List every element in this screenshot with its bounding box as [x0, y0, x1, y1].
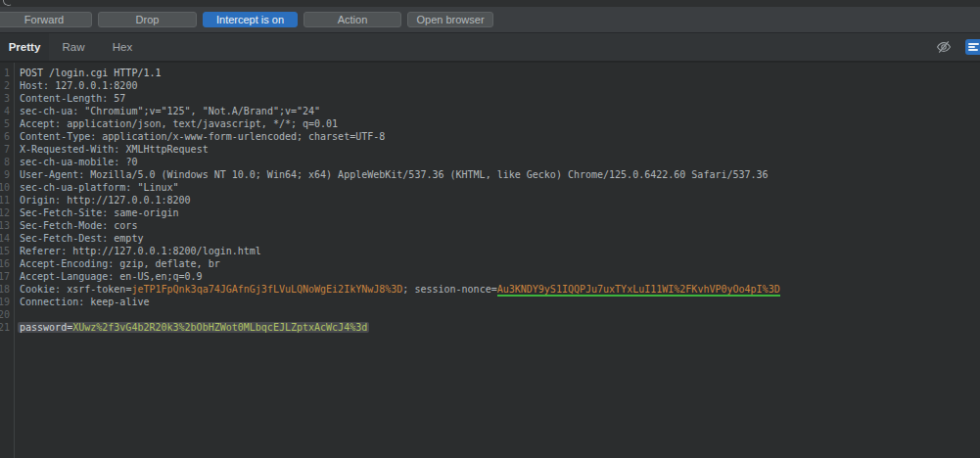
token: User-Agent:	[20, 169, 84, 180]
toolbar: ForwardDropIntercept is onActionOpen bro…	[0, 7, 980, 33]
line-bar	[968, 43, 979, 45]
line-bar	[968, 49, 978, 51]
token: jeTP1FpQnk3qa74JGAfnGj3fLVuLQNoWgEi2IkYN…	[131, 284, 402, 295]
line-number: 10	[0, 181, 14, 194]
line-number: 17	[0, 270, 14, 283]
line-number: 19	[0, 296, 14, 308]
line-number: 7	[0, 143, 14, 156]
token: Au3KNDY9yS1IQQPJu7uxTYxLuI11WI%2FKvhVP0y…	[497, 284, 780, 297]
token: Host:	[20, 80, 49, 91]
line-number: 9	[0, 168, 14, 181]
request-line: Origin: http://127.0.0.1:8200	[20, 194, 980, 206]
line-number-gutter: 123456789101112131415161718192021	[0, 63, 15, 458]
text-lines-icon[interactable]	[965, 39, 980, 55]
token: same-origin	[108, 207, 178, 218]
token: http://127.0.0.1:8200/login.html	[67, 246, 261, 256]
token: application/x-www-form-urlencoded; chars…	[96, 131, 385, 142]
token: cors	[108, 220, 137, 231]
action-button[interactable]: Action	[303, 12, 401, 27]
open-browser-button[interactable]: Open browser	[407, 12, 493, 27]
request-line: Content-Type: application/x-www-form-url…	[20, 130, 980, 143]
forward-button[interactable]: Forward	[0, 12, 92, 27]
selected-text: password=XUwz%2f3vG4b2R20k3%2bObHZWot0ML…	[18, 322, 369, 333]
token: Mozilla/5.0 (Windows NT 10.0; Win64; x64…	[84, 169, 768, 180]
token: Origin:	[20, 195, 61, 206]
line-number: 15	[0, 245, 14, 257]
token: Cookie:	[20, 284, 61, 295]
request-line	[20, 308, 980, 321]
token: application/json, text/javascript, */*; …	[61, 118, 338, 129]
request-line: Content-Length: 57	[20, 92, 980, 105]
line-number: 4	[0, 105, 14, 117]
token: sec-ch-ua-mobile:	[20, 157, 119, 167]
tab-raw[interactable]: Raw	[49, 33, 98, 61]
token: Sec-Fetch-Site:	[20, 207, 108, 218]
request-line: Accept: application/json, text/javascrip…	[20, 117, 980, 130]
token: 127.0.0.1:8200	[49, 80, 137, 91]
drop-button[interactable]: Drop	[98, 12, 197, 27]
tab-hex[interactable]: Hex	[98, 33, 147, 61]
tabs: PrettyRawHex	[0, 33, 147, 61]
line-number: 20	[0, 308, 14, 321]
top-strip	[0, 0, 980, 7]
request-line: Sec-Fetch-Mode: cors	[20, 219, 980, 232]
request-editor[interactable]: 123456789101112131415161718192021 POST /…	[0, 63, 980, 458]
request-line: Referer: http://127.0.0.1:8200/login.htm…	[20, 245, 980, 257]
request-line: Host: 127.0.0.1:8200	[20, 79, 980, 92]
token: ; session-nonce=	[402, 284, 496, 295]
line-number: 3	[0, 92, 14, 105]
line-number: 16	[0, 257, 14, 270]
code-area[interactable]: POST /login.cgi HTTP/1.1Host: 127.0.0.1:…	[15, 63, 980, 458]
request-line: Connection: keep-alive	[20, 296, 980, 308]
request-line: sec-ch-ua-mobile: ?0	[20, 156, 980, 168]
line-number: 18	[0, 283, 14, 296]
token: XMLHttpRequest	[119, 144, 208, 155]
request-line: Accept-Language: en-US,en;q=0.9	[20, 270, 980, 283]
request-line: X-Requested-With: XMLHttpRequest	[20, 143, 980, 156]
line-number: 1	[0, 67, 14, 79]
tab-bar: PrettyRawHex	[0, 33, 980, 63]
line-bar	[968, 46, 975, 48]
tab-pretty[interactable]: Pretty	[0, 33, 49, 61]
token: Sec-Fetch-Dest:	[20, 233, 108, 244]
request-line: POST /login.cgi HTTP/1.1	[20, 67, 980, 79]
request-line: Accept-Encoding: gzip, deflate, br	[20, 257, 980, 270]
token: Sec-Fetch-Mode:	[20, 220, 108, 231]
token: http://127.0.0.1:8200	[61, 195, 190, 206]
token: sec-ch-ua-platform:	[20, 182, 131, 193]
request-line: Cookie: xsrf-token=jeTP1FpQnk3qa74JGAfnG…	[20, 283, 980, 296]
line-number: 6	[0, 130, 14, 143]
token: X-Requested-With:	[20, 144, 119, 155]
partial-circle-icon	[2, 0, 15, 7]
request-line: User-Agent: Mozilla/5.0 (Windows NT 10.0…	[20, 168, 980, 181]
token: en-US,en;q=0.9	[114, 271, 202, 282]
token: keep-alive	[84, 297, 149, 307]
token: "Linux"	[131, 182, 178, 193]
token: ?0	[119, 157, 137, 167]
token: "Chromium";v="125", "Not.A/Brand";v="24"	[78, 106, 320, 116]
token: password=	[20, 322, 72, 333]
line-number: 8	[0, 156, 14, 168]
token: sec-ch-ua:	[20, 106, 78, 116]
token: gzip, deflate, br	[114, 258, 219, 269]
intercept-toggle-button[interactable]: Intercept is on	[203, 12, 298, 27]
token: Connection:	[20, 297, 84, 307]
eye-slash-icon[interactable]	[936, 40, 952, 58]
token: POST /login.cgi HTTP/1.1	[20, 68, 162, 78]
token: Accept-Language:	[20, 271, 114, 282]
token: Referer:	[20, 246, 67, 256]
line-number: 2	[0, 79, 14, 92]
line-number: 11	[0, 194, 14, 206]
request-line: Sec-Fetch-Dest: empty	[20, 232, 980, 245]
line-number: 21	[0, 321, 14, 334]
token: Accept:	[20, 118, 61, 129]
token: XUwz%2f3vG4b2R20k3%2bObHZWot0MLbqcEJLZpt…	[72, 322, 367, 333]
token: empty	[108, 233, 143, 244]
line-number: 13	[0, 219, 14, 232]
request-line: sec-ch-ua-platform: "Linux"	[20, 181, 980, 194]
request-line: sec-ch-ua: "Chromium";v="125", "Not.A/Br…	[20, 105, 980, 117]
token: Content-Type:	[20, 131, 96, 142]
token: xsrf-token=	[61, 284, 131, 295]
burp-intercept-panel: ForwardDropIntercept is onActionOpen bro…	[0, 0, 980, 458]
token: 57	[108, 93, 125, 104]
